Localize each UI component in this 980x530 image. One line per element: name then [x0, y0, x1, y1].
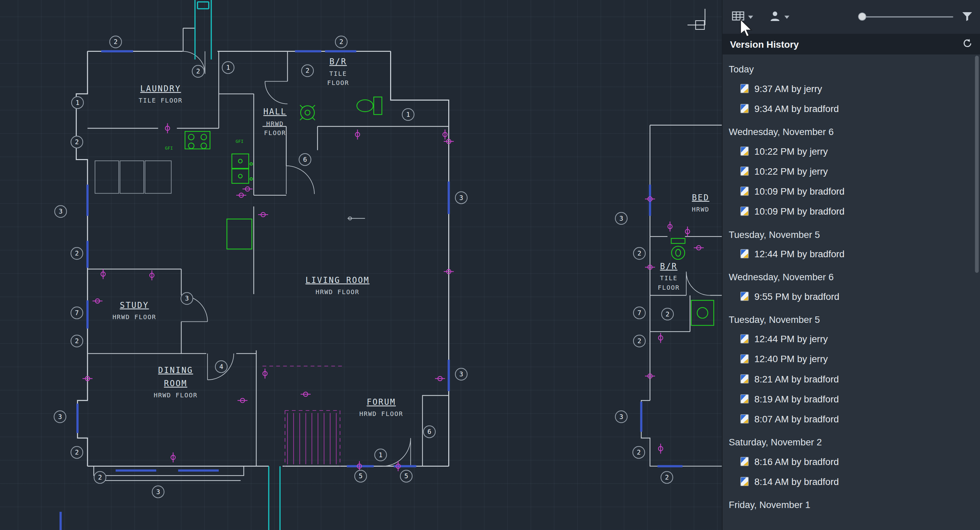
svg-text:HRWD FLOOR: HRWD FLOOR — [316, 288, 360, 295]
cabinets — [95, 161, 172, 193]
svg-text:GFI: GFI — [235, 139, 243, 144]
svg-text:B/R: B/R — [329, 57, 347, 66]
svg-text:HRWD: HRWD — [266, 120, 284, 127]
version-item[interactable]: 10:22 PM by jerry — [722, 141, 980, 161]
version-item-label: 9:34 AM by bradford — [754, 103, 839, 113]
dwg-file-icon — [740, 84, 749, 93]
svg-text:HRWD FLOOR: HRWD FLOOR — [113, 313, 156, 321]
version-item[interactable]: 12:44 PM by jerry — [722, 329, 980, 349]
version-item[interactable]: 8:19 AM by bradford — [722, 388, 980, 409]
version-item[interactable]: 8:16 AM by bradford — [722, 451, 980, 471]
version-item-label: 9:55 PM by bradford — [754, 291, 839, 301]
user-icon — [769, 10, 782, 24]
svg-text:LAUNDRY: LAUNDRY — [140, 84, 181, 93]
slider-track — [859, 16, 953, 18]
version-group-header: Today — [722, 59, 980, 78]
version-item[interactable]: 10:09 PM by bradford — [722, 201, 980, 221]
svg-text:3: 3 — [185, 294, 189, 302]
svg-text:3: 3 — [619, 413, 624, 421]
svg-text:HRWD: HRWD — [692, 206, 710, 213]
refresh-button[interactable] — [963, 38, 972, 50]
version-item[interactable]: 8:07 AM by bradford — [722, 409, 980, 428]
dwg-file-icon — [740, 206, 749, 216]
svg-text:2: 2 — [75, 249, 79, 257]
svg-text:HALL: HALL — [263, 107, 287, 117]
svg-text:TILE: TILE — [660, 275, 678, 282]
stairs-dashed-outline — [262, 366, 343, 466]
walls-interior — [88, 28, 725, 481]
version-item-label: 10:22 PM by jerry — [754, 166, 828, 176]
version-group-header: Tuesday, November 5 — [722, 310, 980, 328]
version-group-header: Friday, November 1 — [722, 495, 980, 513]
version-group-header: Wednesday, November 6 — [722, 122, 980, 141]
version-item-label: 12:40 PM by jerry — [754, 353, 828, 364]
version-item-label: 8:14 AM by bradford — [754, 476, 839, 486]
scrollbar-thumb[interactable] — [975, 56, 978, 273]
svg-text:2: 2 — [75, 138, 79, 146]
version-item[interactable]: 8:14 AM by bradford — [722, 471, 980, 491]
refresh-icon — [963, 38, 972, 50]
hvac-duct-cyan — [195, 0, 280, 530]
svg-text:5: 5 — [404, 472, 408, 480]
filter-funnel-icon — [962, 11, 972, 23]
version-item-label: 8:16 AM by bradford — [754, 456, 839, 466]
electrical-outlets — [83, 123, 704, 471]
version-group-header: Tuesday, November 5 — [722, 225, 980, 243]
svg-text:FLOOR: FLOOR — [264, 129, 286, 136]
version-item[interactable]: 9:34 AM by bradford — [722, 98, 980, 118]
svg-text:1: 1 — [226, 64, 230, 72]
callout-balloons: 221221232613372433223556132722322 — [54, 36, 673, 498]
panel-title: Version History — [730, 39, 799, 49]
svg-text:TILE FLOOR: TILE FLOOR — [138, 97, 183, 104]
history-slider[interactable] — [859, 11, 953, 23]
version-item[interactable]: 10:09 PM by bradford — [722, 181, 980, 201]
svg-text:2: 2 — [75, 337, 79, 345]
svg-text:3: 3 — [58, 413, 62, 421]
version-item[interactable]: 10:22 PM by jerry — [722, 161, 980, 181]
version-group-header: Saturday, November 2 — [722, 433, 980, 451]
version-item[interactable]: 9:55 PM by bradford — [722, 286, 980, 306]
svg-text:2: 2 — [665, 474, 669, 481]
svg-text:STUDY: STUDY — [120, 300, 149, 310]
svg-text:3: 3 — [460, 370, 463, 378]
version-item-label: 8:19 AM by bradford — [754, 393, 839, 404]
svg-text:2: 2 — [638, 249, 642, 257]
svg-text:6: 6 — [427, 428, 431, 436]
named-views-button[interactable] — [729, 8, 756, 26]
slider-handle[interactable] — [858, 13, 866, 21]
dwg-file-icon — [740, 186, 749, 196]
svg-text:BED: BED — [692, 193, 710, 203]
svg-text:2: 2 — [637, 449, 641, 456]
svg-text:B/R: B/R — [660, 262, 678, 271]
version-history-header: Version History — [722, 34, 980, 54]
dwg-file-icon — [740, 414, 749, 423]
svg-text:3: 3 — [156, 488, 160, 496]
svg-text:3: 3 — [59, 208, 62, 215]
filter-button[interactable] — [962, 11, 972, 23]
scrollbar[interactable] — [974, 56, 979, 528]
version-item-label: 12:44 PM by jerry — [754, 334, 828, 344]
chevron-down-icon — [748, 15, 753, 18]
dwg-file-icon — [740, 249, 749, 258]
svg-text:5: 5 — [359, 472, 363, 480]
panel-toolbar — [722, 0, 980, 34]
svg-text:FLOOR: FLOOR — [327, 79, 349, 86]
svg-text:4: 4 — [220, 363, 223, 370]
svg-text:2: 2 — [98, 474, 102, 481]
user-menu-button[interactable] — [766, 7, 793, 26]
app-root: LAUNDRYTILE FLOORB/RTILEFLOORHALLHRWDFLO… — [0, 0, 980, 530]
version-item-label: 10:09 PM by bradford — [754, 185, 845, 196]
version-item[interactable]: 8:21 AM by bradford — [722, 369, 980, 388]
svg-text:FLOOR: FLOOR — [658, 284, 680, 291]
version-item[interactable]: 12:44 PM by bradford — [722, 243, 980, 263]
version-item[interactable]: 9:37 AM by jerry — [722, 78, 980, 98]
svg-text:2: 2 — [196, 67, 200, 75]
version-item-label: 8:21 AM by bradford — [754, 373, 839, 384]
svg-text:1: 1 — [379, 451, 383, 459]
version-group-header: Wednesday, November 6 — [722, 267, 980, 286]
svg-text:3: 3 — [619, 215, 624, 222]
svg-text:7: 7 — [638, 309, 642, 317]
svg-text:3: 3 — [460, 194, 463, 202]
svg-text:2: 2 — [305, 67, 310, 75]
version-item[interactable]: 12:40 PM by jerry — [722, 349, 980, 369]
